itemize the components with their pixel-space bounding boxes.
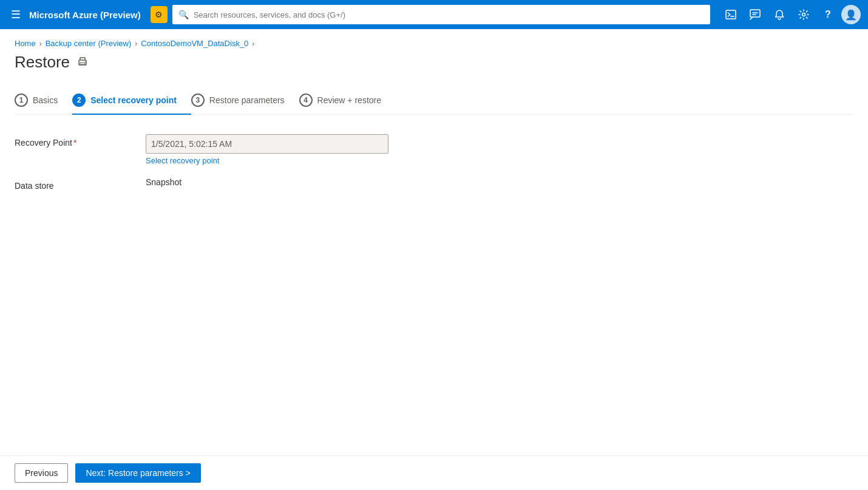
recovery-point-input[interactable]: 1/5/2021, 5:02:15 AM (146, 134, 388, 154)
select-recovery-point-link[interactable]: Select recovery point (146, 156, 388, 165)
feedback-icon-button[interactable] (744, 4, 766, 26)
breadcrumb: Home › Backup center (Preview) › Contoso… (15, 39, 853, 48)
recovery-point-text: 1/5/2021, 5:02:15 AM (151, 139, 232, 149)
help-icon: ? (825, 9, 831, 20)
wizard-step-review-restore[interactable]: 4 Review + restore (299, 86, 396, 114)
breadcrumb-sep-2: › (135, 39, 137, 48)
required-asterisk: * (73, 138, 76, 148)
page-container: Home › Backup center (Preview) › Contoso… (0, 29, 868, 455)
search-input[interactable] (194, 10, 704, 19)
svg-point-9 (85, 61, 86, 62)
wizard-step-restore-parameters[interactable]: 3 Restore parameters (191, 86, 299, 114)
search-icon: 🔍 (178, 10, 189, 19)
wizard-steps: 1 Basics 2 Select recovery point 3 Resto… (15, 86, 853, 115)
form-section: Recovery Point* 1/5/2021, 5:02:15 AM Sel… (15, 134, 853, 191)
settings-icon (798, 9, 809, 20)
notifications-icon (774, 9, 785, 20)
step-3-number: 3 (191, 94, 205, 107)
step-2-label: Select recovery point (90, 95, 177, 105)
main-content: Home › Backup center (Preview) › Contoso… (0, 29, 868, 490)
wizard-step-recovery-point[interactable]: 2 Select recovery point (72, 86, 191, 114)
step-1-number: 1 (15, 94, 28, 107)
breadcrumb-backup-center[interactable]: Backup center (Preview) (46, 39, 132, 48)
data-store-text: Snapshot (146, 174, 181, 187)
recovery-point-row: Recovery Point* 1/5/2021, 5:02:15 AM Sel… (15, 134, 853, 165)
data-store-row: Data store Snapshot (15, 177, 853, 191)
app-badge: ⚙ (151, 6, 168, 23)
settings-icon-button[interactable] (793, 4, 815, 26)
breadcrumb-sep-1: › (39, 39, 42, 48)
data-store-label: Data store (15, 177, 136, 191)
avatar-icon: 👤 (845, 9, 857, 21)
hamburger-icon: ☰ (11, 8, 21, 21)
topnav-icon-group: ? 👤 (720, 4, 861, 26)
page-title: Restore (15, 53, 70, 72)
recovery-point-label: Recovery Point* (15, 134, 136, 148)
step-4-label: Review + restore (317, 95, 381, 105)
step-2-number: 2 (72, 94, 86, 107)
svg-rect-2 (750, 10, 760, 17)
notifications-icon-button[interactable] (768, 4, 790, 26)
svg-point-6 (802, 13, 805, 16)
help-icon-button[interactable]: ? (817, 4, 839, 26)
svg-rect-8 (80, 63, 85, 64)
page-title-row: Restore (15, 53, 853, 72)
recovery-point-value: 1/5/2021, 5:02:15 AM Select recovery poi… (146, 134, 388, 165)
breadcrumb-sep-3: › (252, 39, 254, 48)
breadcrumb-home[interactable]: Home (15, 39, 36, 48)
next-button[interactable]: Next: Restore parameters > (75, 463, 200, 483)
app-title: Microsoft Azure (Preview) (29, 10, 141, 20)
badge-icon: ⚙ (155, 10, 163, 19)
top-navigation: ☰ Microsoft Azure (Preview) ⚙ 🔍 (0, 0, 868, 29)
page-footer: Previous Next: Restore parameters > (0, 455, 868, 490)
step-4-number: 4 (299, 94, 313, 107)
hamburger-menu[interactable]: ☰ (7, 4, 24, 25)
feedback-icon (750, 9, 761, 20)
terminal-icon (725, 9, 736, 20)
wizard-step-basics[interactable]: 1 Basics (15, 86, 72, 114)
search-bar[interactable]: 🔍 (172, 5, 710, 24)
svg-rect-0 (726, 10, 736, 19)
data-store-value: Snapshot (146, 177, 388, 187)
step-3-label: Restore parameters (209, 95, 285, 105)
breadcrumb-disk[interactable]: ContosoDemoVM_DataDisk_0 (141, 39, 248, 48)
user-avatar[interactable]: 👤 (841, 5, 861, 24)
step-1-label: Basics (33, 95, 58, 105)
previous-button[interactable]: Previous (15, 463, 68, 483)
terminal-icon-button[interactable] (720, 4, 742, 26)
print-icon[interactable] (77, 56, 88, 69)
